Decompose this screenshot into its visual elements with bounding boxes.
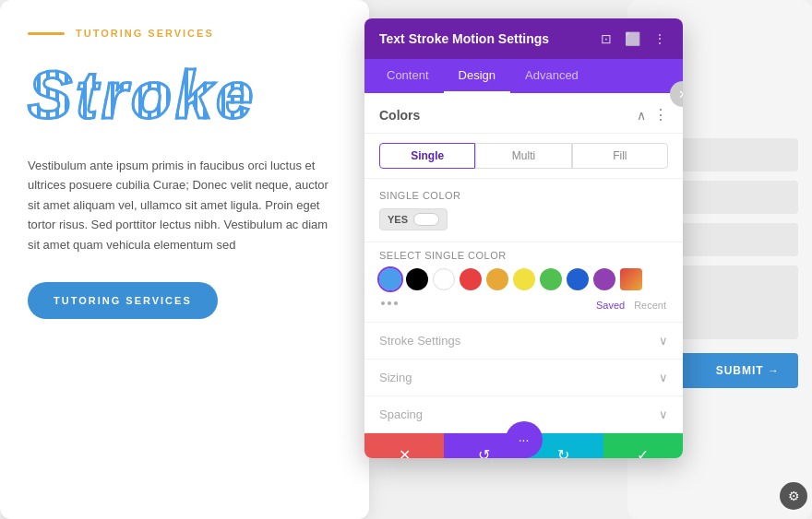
modal-body: Colors ∧ ⋮ Single Multi Fill Single Colo… <box>364 93 683 458</box>
swatch-yellow[interactable] <box>513 268 535 290</box>
expand-icon-btn[interactable]: ⬜ <box>623 29 642 48</box>
saved-recent-row: Saved Recent <box>596 300 666 311</box>
swatch-black[interactable] <box>406 268 428 290</box>
footer-confirm-button[interactable]: ✓ <box>603 433 683 458</box>
color-tab-fill[interactable]: Fill <box>572 143 668 169</box>
select-color-section: Select Single Color <box>364 242 683 323</box>
more-swatches-btn[interactable] <box>381 301 398 305</box>
single-color-section: Single Color YES <box>364 179 683 242</box>
more-icon-btn[interactable]: ⋮ <box>651 29 668 48</box>
saved-label: Saved <box>596 300 625 311</box>
modal-header-icons: ⊡ ⬜ ⋮ <box>599 29 668 48</box>
color-toggle: YES <box>379 208 668 230</box>
recent-label: Recent <box>634 300 666 311</box>
bottom-center-dots-btn[interactable]: ··· <box>506 421 543 458</box>
single-color-label: Single Color <box>379 190 668 201</box>
modal-tabs: Content Design Advanced <box>364 59 683 93</box>
decorative-line <box>28 32 65 35</box>
undo-icon: ↺ <box>478 446 490 458</box>
redo-icon: ↻ <box>557 446 569 458</box>
tab-advanced[interactable]: Advanced <box>510 59 593 93</box>
swatch-green[interactable] <box>540 268 562 290</box>
colors-section-header: Colors ∧ ⋮ <box>364 93 683 134</box>
swatch-orange[interactable] <box>486 268 508 290</box>
modal-header: Text Stroke Motion Settings ⊡ ⬜ ⋮ <box>364 18 683 59</box>
left-panel: TUTORING SERVICES Stroke Vestibulum ante… <box>0 0 369 519</box>
color-swatches <box>379 268 668 290</box>
select-color-label: Select Single Color <box>379 250 668 261</box>
gear-bottom-right-icon[interactable]: ⚙ <box>780 482 807 510</box>
stroke-settings-section[interactable]: Stroke Settings ∨ <box>364 323 683 360</box>
color-tab-multi[interactable]: Multi <box>475 143 571 169</box>
cta-button[interactable]: TUTORING SERVICES <box>28 282 218 319</box>
colors-section-title: Colors <box>379 108 420 123</box>
modal-title: Text Stroke Motion Settings <box>379 31 549 46</box>
swatch-red[interactable] <box>460 268 482 290</box>
stroke-settings-title: Stroke Settings <box>379 334 460 348</box>
screen-icon-btn[interactable]: ⊡ <box>599 29 614 48</box>
stroke-settings-chevron-icon: ∨ <box>659 334 668 348</box>
tutoring-label: TUTORING SERVICES <box>76 28 214 39</box>
color-type-tabs: Single Multi Fill <box>364 134 683 179</box>
tab-content[interactable]: Content <box>372 59 444 93</box>
colors-chevron-up-icon[interactable]: ∧ <box>637 108 646 123</box>
swatch-blue[interactable] <box>379 268 401 290</box>
sizing-chevron-icon: ∨ <box>659 371 668 384</box>
sizing-section[interactable]: Sizing ∨ <box>364 360 683 396</box>
spacing-chevron-icon: ∨ <box>659 407 668 421</box>
swatch-darkblue[interactable] <box>567 268 589 290</box>
sizing-title: Sizing <box>379 371 412 384</box>
toggle-switch[interactable] <box>413 213 439 226</box>
stroke-heading: Stroke <box>28 57 341 133</box>
colors-section-controls: ∧ ⋮ <box>637 106 668 124</box>
tab-design[interactable]: Design <box>444 59 510 93</box>
yes-toggle[interactable]: YES <box>379 208 448 230</box>
swatch-white[interactable] <box>433 268 455 290</box>
modal-panel: Text Stroke Motion Settings ⊡ ⬜ ⋮ Conten… <box>364 18 683 458</box>
yes-label: YES <box>388 214 408 225</box>
spacing-title: Spacing <box>379 407 423 421</box>
color-tab-single[interactable]: Single <box>379 143 475 169</box>
close-icon: ✕ <box>399 446 411 458</box>
check-icon: ✓ <box>637 446 649 458</box>
swatch-purple[interactable] <box>593 268 615 290</box>
swatch-pencil[interactable] <box>620 268 642 290</box>
colors-dots-icon[interactable]: ⋮ <box>653 106 668 124</box>
body-text: Vestibulum ante ipsum primis in faucibus… <box>28 156 341 254</box>
footer-close-button[interactable]: ✕ <box>364 433 444 458</box>
